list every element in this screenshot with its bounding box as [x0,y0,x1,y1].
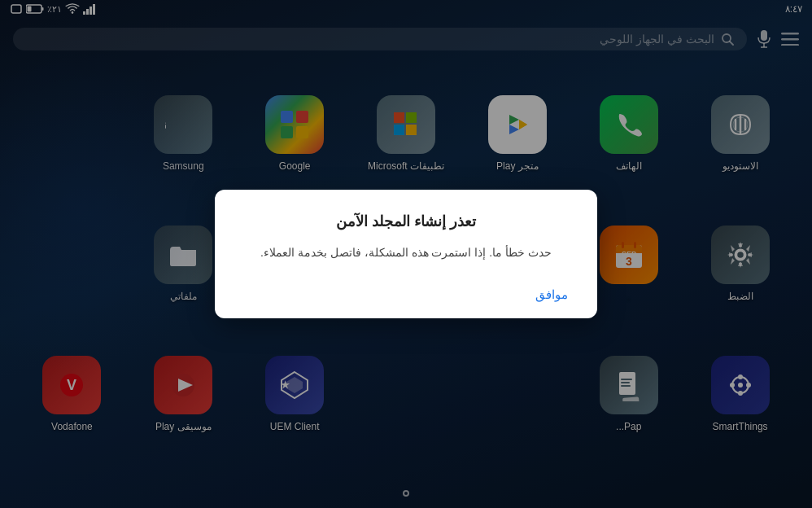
dialog-ok-button[interactable]: موافق [529,284,574,305]
dialog-overlay: تعذر إنشاء المجلد الآمن حدث خطأ ما. إذا … [0,0,812,508]
dialog-title: تعذر إنشاء المجلد الآمن [238,212,574,230]
dialog-actions: موافق [238,278,574,305]
dialog-body: حدث خطأ ما. إذا استمرت هذه المشكلة، فاتص… [238,243,574,261]
error-dialog: تعذر إنشاء المجلد الآمن حدث خطأ ما. إذا … [215,190,597,318]
